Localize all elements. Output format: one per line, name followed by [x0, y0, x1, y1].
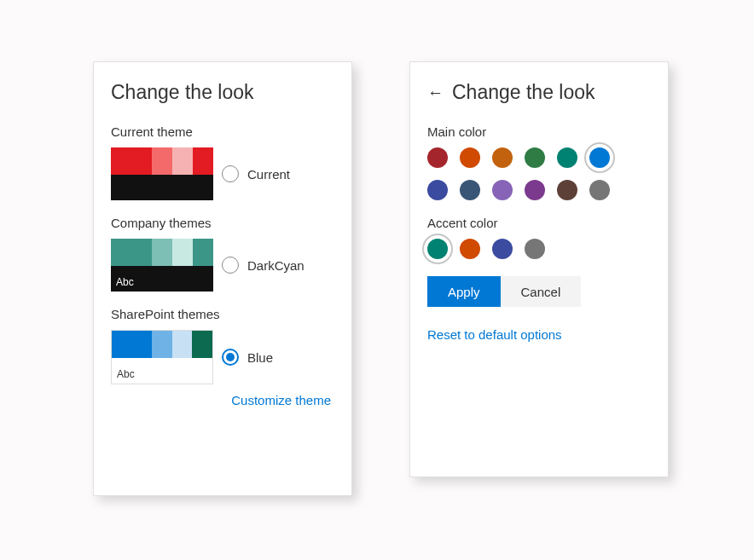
- main-color-options: [427, 147, 632, 200]
- panel-title: Change the look: [452, 81, 595, 104]
- main-color-swatch-3[interactable]: [525, 147, 545, 168]
- sharepoint-theme-row: Abc Blue: [111, 330, 334, 384]
- accent-color-swatch-1[interactable]: [460, 239, 480, 259]
- main-color-swatch-11[interactable]: [589, 180, 610, 200]
- company-theme-swatch[interactable]: Abc: [111, 239, 213, 292]
- current-theme-row: Current: [111, 147, 334, 200]
- main-color-swatch-8[interactable]: [492, 180, 513, 200]
- company-themes-label: Company themes: [111, 216, 334, 230]
- change-look-panel: Change the look Current theme Current Co…: [93, 61, 352, 496]
- apply-button[interactable]: Apply: [427, 276, 501, 307]
- main-color-swatch-2[interactable]: [492, 147, 513, 168]
- main-color-swatch-4[interactable]: [557, 147, 577, 168]
- swatch-sample-text: Abc: [117, 368, 135, 380]
- sharepoint-themes-label: SharePoint themes: [111, 307, 334, 321]
- theme-name-blue: Blue: [247, 350, 273, 365]
- accent-color-swatch-0[interactable]: [427, 239, 448, 259]
- theme-name-current: Current: [247, 167, 290, 182]
- accent-color-swatch-2[interactable]: [492, 239, 513, 259]
- current-theme-label: Current theme: [111, 124, 334, 139]
- main-color-swatch-1[interactable]: [460, 147, 480, 168]
- cancel-button[interactable]: Cancel: [501, 276, 582, 307]
- main-color-swatch-5[interactable]: [589, 147, 610, 168]
- main-color-swatch-7[interactable]: [460, 180, 480, 200]
- back-arrow-icon[interactable]: ←: [427, 84, 444, 101]
- sharepoint-theme-swatch[interactable]: Abc: [111, 330, 213, 384]
- customize-theme-link[interactable]: Customize theme: [231, 393, 331, 407]
- accent-color-swatch-3[interactable]: [525, 239, 545, 259]
- main-color-label: Main color: [427, 124, 651, 139]
- main-color-swatch-0[interactable]: [427, 147, 448, 168]
- main-color-swatch-6[interactable]: [427, 180, 448, 200]
- main-color-swatch-9[interactable]: [525, 180, 545, 200]
- theme-radio-blue[interactable]: [222, 349, 239, 366]
- theme-radio-darkcyan[interactable]: [222, 257, 239, 274]
- customize-theme-panel: ← Change the look Main color Accent colo…: [409, 61, 669, 477]
- button-row: Apply Cancel: [427, 276, 651, 307]
- accent-color-options: [427, 239, 651, 259]
- main-color-swatch-10[interactable]: [557, 180, 577, 200]
- current-theme-swatch[interactable]: [111, 147, 213, 200]
- accent-color-label: Accent color: [427, 216, 651, 230]
- swatch-sample-text: Abc: [116, 276, 134, 288]
- theme-name-darkcyan: DarkCyan: [247, 258, 304, 273]
- reset-defaults-link[interactable]: Reset to default options: [427, 327, 562, 342]
- panel-title: Change the look: [111, 81, 334, 104]
- theme-radio-current[interactable]: [222, 165, 239, 182]
- company-theme-row: Abc DarkCyan: [111, 239, 334, 292]
